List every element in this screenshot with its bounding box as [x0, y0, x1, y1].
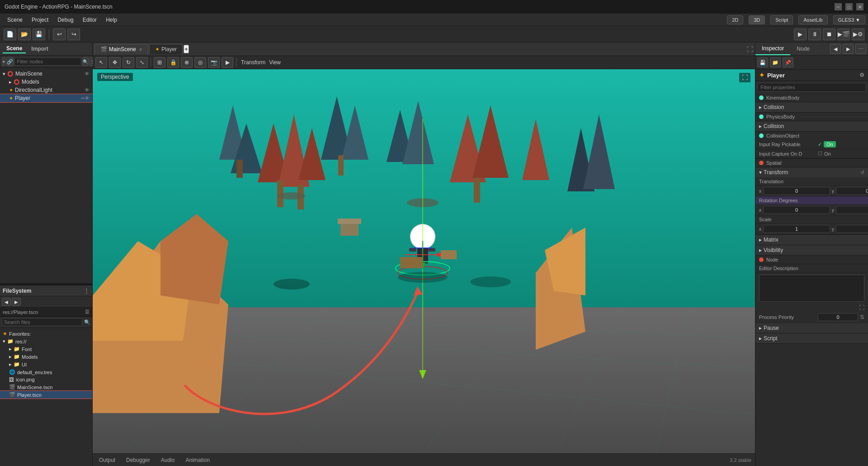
inspector-tab[interactable]: Inspector — [755, 43, 790, 55]
inspector-pin-button[interactable]: 📌 — [783, 57, 793, 67]
inspector-nav-right[interactable]: ▶ — [843, 44, 854, 54]
editor-description-textarea[interactable] — [759, 275, 864, 302]
rotation-y-input[interactable] — [836, 206, 868, 214]
menu-scene[interactable]: Scene — [3, 15, 27, 25]
close-button[interactable]: ✕ — [856, 3, 863, 10]
fs-item-default-env[interactable]: 🌐 default_env.tres — [0, 368, 92, 376]
fs-options-button[interactable]: ⋮ — [84, 287, 90, 294]
animation-tab[interactable]: Animation — [183, 455, 212, 465]
view-label[interactable]: View — [269, 59, 281, 66]
scene-search-input[interactable] — [14, 57, 81, 66]
menu-editor[interactable]: Editor — [78, 15, 101, 25]
rotate-tool-button[interactable]: ↻ — [123, 57, 134, 68]
transform-header[interactable]: ▾ Transform ↺ — [755, 167, 868, 177]
tree-item-directional-light[interactable]: ✦ DirectionalLight 👁 — [0, 86, 92, 94]
tree-item-main-scene[interactable]: ▾ ⭕ MainScene 👁 — [0, 70, 92, 78]
scale-tool-button[interactable]: ⤡ — [136, 57, 148, 68]
fs-item-main-scene[interactable]: 🎬 MainScene.tscn — [0, 383, 92, 391]
visibility-header[interactable]: ▸ Visibility — [755, 245, 868, 255]
snap-button[interactable]: 🔒 — [167, 57, 179, 68]
transform-reset-icon[interactable]: ↺ — [860, 170, 864, 176]
audio-tab[interactable]: Audio — [158, 455, 178, 465]
pause-header[interactable]: ▸ Pause — [755, 323, 868, 333]
perspective-label[interactable]: Perspective — [97, 73, 133, 81]
play-custom-button[interactable]: ▶⚙ — [852, 29, 864, 40]
rotation-x-input[interactable] — [763, 206, 830, 214]
stop-button[interactable]: ⏹ — [823, 29, 835, 40]
open-scene-button[interactable]: 📂 — [18, 29, 31, 40]
tab-scene[interactable]: Scene — [3, 44, 26, 53]
save-scene-button[interactable]: 💾 — [33, 29, 45, 40]
translation-x-input[interactable] — [763, 187, 830, 195]
new-scene-button[interactable]: 📄 — [4, 29, 16, 40]
pivot-button[interactable]: ◎ — [194, 57, 206, 68]
maximize-button[interactable]: □ — [845, 3, 853, 10]
tab-import[interactable]: Import — [28, 45, 52, 53]
viewport-tab-player[interactable]: ✦ Player — [149, 44, 183, 54]
inspector-history[interactable]: ⋯ — [855, 44, 866, 54]
select-tool-button[interactable]: ↖ — [95, 57, 107, 68]
fullscreen-button[interactable]: ⛶ — [739, 73, 750, 82]
translation-y-input[interactable] — [836, 187, 868, 195]
fs-item-player-tscn[interactable]: 🎬 Player.tscn — [0, 391, 92, 399]
mode-3d-button[interactable]: 3D — [749, 15, 765, 24]
fs-item-ui[interactable]: ▸ 📁 UI — [0, 361, 92, 368]
output-tab[interactable]: Output — [96, 455, 118, 465]
player-visibility[interactable]: 👁 — [85, 95, 90, 101]
transform-label[interactable]: Transform — [241, 59, 265, 66]
camera-button[interactable]: 📷 — [208, 57, 220, 68]
matrix-header[interactable]: ▸ Matrix — [755, 235, 868, 245]
fs-forward-button[interactable]: ▶ — [12, 298, 21, 306]
inspector-save-button[interactable]: 💾 — [757, 57, 768, 67]
script-button[interactable]: Script — [770, 15, 793, 24]
inspector-folder-button[interactable]: 📁 — [770, 57, 781, 67]
property-search-input[interactable] — [757, 83, 866, 92]
process-priority-input[interactable] — [818, 313, 858, 321]
debugger-tab[interactable]: Debugger — [123, 455, 153, 465]
inspector-nav-left[interactable]: ◀ — [830, 44, 841, 54]
scale-y-input[interactable] — [836, 225, 868, 233]
menu-project[interactable]: Project — [27, 15, 53, 25]
renderer-button[interactable]: GLES3 ▼ — [833, 15, 865, 24]
more-button[interactable]: ▶ — [222, 57, 233, 68]
menu-help[interactable]: Help — [101, 15, 122, 25]
main-scene-visibility[interactable]: 👁 — [85, 71, 90, 76]
fs-item-icon[interactable]: 🖼 icon.png — [0, 376, 92, 383]
collision1-header[interactable]: ▸ Collision — [755, 102, 868, 112]
assetlib-button[interactable]: AssetLib — [798, 15, 827, 24]
menu-debug[interactable]: Debug — [53, 15, 78, 25]
scale-x-input[interactable] — [763, 225, 830, 233]
viewport-tab-main-scene[interactable]: 🎬 MainScene ✕ — [94, 44, 148, 54]
fs-search-input[interactable] — [2, 318, 82, 326]
link-node-button[interactable]: 🔗 — [6, 57, 14, 66]
script-header[interactable]: ▸ Script — [755, 333, 868, 343]
play-button[interactable]: ▶ — [794, 29, 807, 40]
3d-viewport[interactable]: Perspective ⛶ — [93, 69, 755, 453]
pause-button[interactable]: ⏸ — [808, 29, 821, 40]
expand-icon[interactable]: ⛶ — [859, 304, 864, 311]
dlight-visibility[interactable]: 👁 — [85, 87, 90, 93]
node-options-icon[interactable]: ⚙ — [859, 72, 864, 78]
fs-item-models[interactable]: ▸ 📁 Models — [0, 353, 92, 361]
play-scene-button[interactable]: ▶🎬 — [837, 29, 850, 40]
tree-item-player[interactable]: ✦ Player ✏ 👁 — [0, 94, 92, 102]
mode-2d-button[interactable]: 2D — [727, 15, 743, 24]
tree-item-models[interactable]: ▸ ⭕ Models — [0, 78, 92, 86]
viewport-maximize-button[interactable]: ⛶ — [747, 46, 753, 53]
fs-back-button[interactable]: ◀ — [2, 298, 11, 306]
player-edit-icon[interactable]: ✏ — [81, 96, 85, 101]
scene-search-button[interactable]: 🔍 — [82, 57, 89, 66]
undo-button[interactable]: ↩ — [53, 29, 66, 40]
main-scene-tab-close[interactable]: ✕ — [139, 47, 142, 52]
priority-stepper[interactable]: ⇅ — [860, 314, 864, 320]
use-local-button[interactable]: ⊕ — [181, 57, 193, 68]
add-node-button[interactable]: + — [2, 57, 5, 66]
minimize-button[interactable]: ─ — [835, 3, 842, 10]
move-tool-button[interactable]: ✥ — [109, 57, 121, 68]
collision2-header[interactable]: ▸ Collision — [755, 121, 868, 131]
fs-list-view-icon[interactable]: ☰ — [85, 309, 90, 315]
redo-button[interactable]: ↪ — [67, 29, 80, 40]
node-tab[interactable]: Node — [790, 43, 816, 55]
fs-item-font[interactable]: ▸ 📁 Font — [0, 345, 92, 353]
fs-item-res[interactable]: ▾ 📁 res:// — [0, 338, 92, 345]
